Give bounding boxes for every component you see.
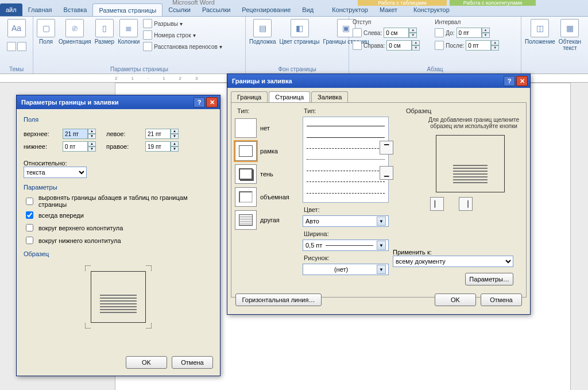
tab-references[interactable]: Ссылки bbox=[163, 3, 196, 16]
breaks-button[interactable]: Разрывы ▾ bbox=[143, 19, 222, 28]
page-color-button[interactable]: ◧Цвет страницы bbox=[280, 19, 320, 45]
titlebar-options[interactable]: Параметры границы и заливки ? ✕ bbox=[17, 95, 220, 109]
type-column: Тип: нет рамка тень объемная другая bbox=[233, 104, 296, 231]
group-label-page-bg: Фон страницы bbox=[249, 66, 345, 72]
indent-right-icon bbox=[353, 41, 362, 50]
options-preview-header: Образец bbox=[24, 250, 213, 257]
page-color-icon: ◧ bbox=[291, 19, 309, 37]
cancel-button[interactable]: Отмена bbox=[172, 356, 213, 369]
wrap-text-button[interactable]: ▦Обтекантекст bbox=[559, 19, 581, 51]
watermark-button[interactable]: ▤Подложка bbox=[249, 19, 276, 45]
style-header: Тип: bbox=[304, 107, 397, 114]
preview-hint: Для добавления границ щелкните образец и… bbox=[425, 117, 523, 129]
options-preview bbox=[85, 265, 152, 329]
group-page-bg: ▤Подложка ◧Цвет страницы ▣Границы страни… bbox=[246, 17, 349, 74]
spacing-before-input[interactable]: ▲▼ bbox=[457, 28, 490, 38]
group-arrange: ◫Положение ▦Обтекантекст bbox=[521, 17, 585, 74]
edge-buttons-vertical: ▔ ▁ bbox=[380, 141, 393, 180]
chk-around-header[interactable]: вокруг верхнего колонтитула bbox=[24, 222, 213, 233]
ok-button[interactable]: OK bbox=[126, 356, 167, 369]
tab-home[interactable]: Главная bbox=[22, 3, 58, 16]
tab-table-design[interactable]: Конструктор bbox=[326, 3, 374, 16]
apply-label: Применить к: bbox=[393, 249, 513, 256]
chk-around-footer[interactable]: вокруг нижнего колонтитула bbox=[24, 235, 213, 246]
edge-top-button[interactable]: ▔ bbox=[380, 141, 393, 155]
dialog-borders-shading: Границы и заливка ? ✕ Граница Страница З… bbox=[227, 74, 531, 315]
theme-fonts-icon[interactable] bbox=[17, 42, 26, 51]
type-3d[interactable]: объемная bbox=[233, 186, 296, 208]
type-none[interactable]: нет bbox=[233, 117, 296, 140]
tab-hf-design[interactable]: Конструктор bbox=[408, 3, 455, 16]
edge-right-button[interactable]: ▕ bbox=[459, 197, 473, 211]
ok-button[interactable]: OK bbox=[435, 294, 476, 306]
chk-always-front[interactable]: всегда впереди bbox=[24, 210, 213, 221]
edge-buttons-horizontal: ▏ ▕ bbox=[430, 197, 523, 211]
type-custom[interactable]: другая bbox=[233, 208, 296, 231]
tab-page[interactable]: Страница bbox=[269, 91, 310, 102]
size-button[interactable]: ▯Размер bbox=[95, 19, 114, 45]
breaks-icon bbox=[143, 19, 152, 28]
titlebar-borders[interactable]: Границы и заливка ? ✕ bbox=[227, 74, 530, 88]
help-button[interactable]: ? bbox=[194, 97, 205, 107]
indent-left-input[interactable]: ▲▼ bbox=[384, 28, 417, 38]
orientation-button[interactable]: ⎚Ориентация bbox=[59, 19, 91, 45]
params-header: Параметры bbox=[24, 184, 213, 191]
spacing-before-icon bbox=[435, 28, 444, 37]
indent-right-input[interactable]: ▲▼ bbox=[386, 40, 420, 51]
position-button[interactable]: ◫Положение bbox=[525, 19, 555, 45]
themes-icon[interactable]: Aa bbox=[7, 19, 26, 37]
horizontal-line-button[interactable]: Горизонтальная линия… bbox=[235, 294, 322, 306]
ribbon-tabs: айл Главная Вставка Разметка страницы Сс… bbox=[0, 3, 588, 16]
margin-right-input[interactable]: ▲▼ bbox=[145, 141, 179, 152]
margin-bottom-input[interactable]: ▲▼ bbox=[63, 141, 96, 152]
watermark-icon: ▤ bbox=[253, 19, 272, 37]
margins-button[interactable]: ▢Поля bbox=[37, 19, 55, 45]
chk-align[interactable]: выровнять границы абзацев и таблиц по гр… bbox=[24, 194, 213, 208]
tab-mailings[interactable]: Рассылки bbox=[196, 3, 236, 16]
columns-button[interactable]: ≣Колонки bbox=[118, 19, 140, 45]
line-numbers-button[interactable]: Номера строк ▾ bbox=[143, 30, 222, 40]
preview-box[interactable] bbox=[436, 135, 505, 192]
tab-table-layout[interactable]: Макет bbox=[374, 3, 403, 16]
dialog-panel: Тип: нет рамка тень объемная другая Тип:… bbox=[231, 102, 527, 298]
preview-column: Образец Для добавления границ щелкните о… bbox=[401, 104, 523, 211]
type-shadow[interactable]: тень bbox=[233, 163, 296, 186]
width-header: Ширина: bbox=[304, 230, 397, 237]
options-button[interactable]: Параметры… bbox=[465, 273, 513, 285]
art-select[interactable]: (нет)▼ bbox=[303, 264, 389, 275]
art-header: Рисунок: bbox=[304, 254, 397, 261]
tab-file[interactable]: айл bbox=[0, 3, 22, 16]
close-button[interactable]: ✕ bbox=[206, 97, 218, 107]
type-box[interactable]: рамка bbox=[233, 140, 296, 163]
help-button[interactable]: ? bbox=[504, 76, 515, 86]
tab-insert[interactable]: Вставка bbox=[58, 3, 93, 16]
margins-icon: ▢ bbox=[37, 19, 55, 37]
cancel-button[interactable]: Отмена bbox=[481, 294, 522, 306]
edge-bottom-button[interactable]: ▁ bbox=[380, 166, 393, 180]
apply-select[interactable]: всему документу bbox=[393, 256, 513, 267]
margin-left-input[interactable]: ▲▼ bbox=[145, 129, 179, 139]
edge-left-button[interactable]: ▏ bbox=[430, 197, 444, 211]
theme-colors-icon[interactable] bbox=[7, 42, 16, 51]
ribbon-body: Aa Темы ▢Поля ⎚Ориентация ▯Размер ≣Колон… bbox=[0, 16, 588, 74]
relative-select[interactable]: текста bbox=[24, 167, 87, 178]
color-select[interactable]: Авто▼ bbox=[303, 215, 389, 227]
dialog-tabs: Граница Страница Заливка bbox=[227, 88, 530, 102]
tab-shading[interactable]: Заливка bbox=[311, 91, 348, 102]
dialog-border-options: Параметры границы и заливки ? ✕ Поля вер… bbox=[16, 95, 220, 376]
title-text: Границы и заливка bbox=[232, 78, 292, 84]
group-page-setup: ▢Поля ⎚Ориентация ▯Размер ≣Колонки Разры… bbox=[33, 17, 246, 74]
title-text: Параметры границы и заливки bbox=[21, 99, 119, 106]
group-label-page-setup: Параметры страницы bbox=[37, 66, 242, 72]
width-select[interactable]: 0,5 пт▼ bbox=[303, 240, 389, 251]
tab-border[interactable]: Граница bbox=[231, 91, 268, 102]
tab-page-layout[interactable]: Разметка страницы bbox=[92, 3, 163, 16]
hyphenation-button[interactable]: Расстановка переносов ▾ bbox=[143, 42, 222, 51]
close-button[interactable]: ✕ bbox=[516, 76, 528, 86]
style-list[interactable] bbox=[303, 117, 389, 203]
margin-top-input[interactable]: ▲▼ bbox=[63, 129, 96, 139]
tab-view[interactable]: Вид bbox=[296, 3, 319, 16]
type-header: Тип: bbox=[237, 107, 296, 114]
spacing-after-input[interactable]: ▲▼ bbox=[466, 40, 499, 51]
tab-review[interactable]: Рецензирование bbox=[236, 3, 296, 16]
